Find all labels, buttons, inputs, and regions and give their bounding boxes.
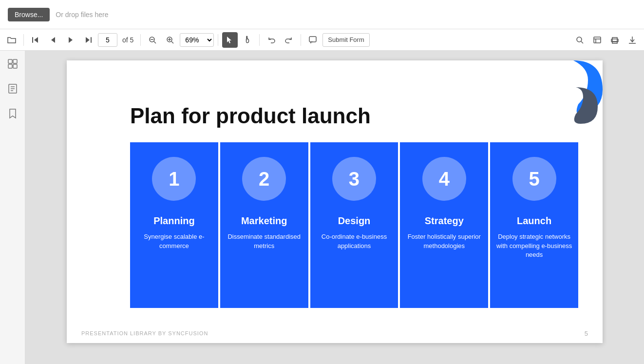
step-card-4: 4 Strategy Foster holistically superior … — [400, 142, 488, 308]
slide-title: Plan for product launch — [130, 104, 578, 128]
svg-line-8 — [154, 41, 156, 43]
browse-button[interactable]: Browse... — [8, 8, 50, 21]
drop-label: Or drop files here — [56, 11, 108, 19]
svg-line-16 — [581, 41, 583, 43]
footer-page-number: 5 — [585, 330, 588, 337]
svg-rect-14 — [309, 37, 316, 42]
step-card-5: 5 Launch Deploy strategic networks with … — [490, 142, 578, 308]
divider-3 — [218, 34, 218, 46]
logo-area — [539, 60, 603, 124]
step-circle-3: 3 — [332, 157, 376, 201]
step-desc-4: Foster holistically superior methodologi… — [406, 232, 482, 250]
zoom-select[interactable]: 50% 69% 75% 100% 125% 150% — [180, 33, 214, 47]
next-page-button[interactable] — [63, 32, 78, 48]
divider-1 — [23, 34, 24, 46]
edit-button[interactable] — [589, 32, 605, 48]
submit-form-button[interactable]: Submit Form — [322, 33, 369, 47]
undo-button[interactable] — [264, 32, 279, 48]
search-button[interactable] — [572, 32, 587, 48]
step-circle-1: 1 — [152, 157, 196, 201]
step-circle-2: 2 — [242, 157, 286, 201]
step-desc-5: Deploy strategic networks with compellin… — [496, 232, 572, 259]
first-page-button[interactable] — [28, 32, 43, 48]
steps-row: 1 Planning Synergise scalable e-commerce… — [130, 142, 578, 308]
top-bar: Browse... Or drop files here — [0, 0, 644, 29]
toolbar: 5 of 5 50% 69% 75% 100% 125% 150% Submit… — [0, 29, 644, 51]
step-title-2: Marketing — [241, 215, 287, 227]
svg-rect-26 — [8, 64, 12, 68]
pages-icon[interactable] — [6, 81, 19, 98]
svg-marker-13 — [227, 37, 231, 43]
prev-page-button[interactable] — [45, 32, 61, 48]
svg-marker-1 — [34, 37, 38, 43]
svg-marker-3 — [69, 37, 73, 43]
step-desc-3: Co-ordinate e-business applications — [316, 232, 393, 250]
divider-5 — [301, 34, 301, 46]
zoom-out-button[interactable] — [145, 32, 160, 48]
divider-4 — [259, 34, 260, 46]
thumbnails-icon[interactable] — [5, 57, 20, 74]
divider-2 — [140, 34, 141, 46]
last-page-button[interactable] — [80, 32, 96, 48]
print-button[interactable] — [607, 32, 623, 48]
svg-rect-17 — [594, 37, 601, 43]
pdf-viewer[interactable]: Plan for product launch 1 Planning Syner… — [25, 51, 644, 364]
redo-button[interactable] — [281, 32, 297, 48]
step-title-4: Strategy — [425, 215, 464, 227]
page-number-input[interactable]: 5 — [98, 33, 117, 47]
svg-rect-25 — [13, 59, 17, 63]
step-card-1: 1 Planning Synergise scalable e-commerce — [130, 142, 218, 308]
cursor-tool-button[interactable] — [222, 32, 238, 48]
svg-rect-4 — [91, 37, 92, 43]
svg-point-15 — [577, 37, 582, 42]
svg-rect-0 — [32, 37, 33, 43]
svg-marker-5 — [86, 37, 90, 43]
pan-tool-button[interactable] — [240, 32, 255, 48]
step-circle-4: 4 — [422, 157, 466, 201]
slide-page: Plan for product launch 1 Planning Syner… — [67, 60, 603, 343]
slide-footer: PRESENTATION LIBRARY BY SYNCFUSION 5 — [67, 324, 603, 343]
zoom-in-button[interactable] — [162, 32, 178, 48]
svg-rect-27 — [13, 64, 17, 68]
step-desc-1: Synergise scalable e-commerce — [136, 232, 212, 250]
left-panel — [0, 51, 25, 364]
main-area: Plan for product launch 1 Planning Syner… — [0, 51, 644, 364]
svg-rect-24 — [8, 59, 12, 63]
bookmark-icon[interactable] — [7, 106, 19, 123]
step-card-3: 3 Design Co-ordinate e-business applicat… — [310, 142, 398, 308]
step-card-2: 2 Marketing Disseminate standardised met… — [220, 142, 308, 308]
download-button[interactable] — [625, 32, 640, 48]
step-circle-5: 5 — [512, 157, 556, 201]
svg-line-12 — [171, 41, 173, 43]
step-title-1: Planning — [153, 215, 194, 227]
open-folder-button[interactable] — [4, 32, 19, 48]
step-desc-2: Disseminate standardised metrics — [226, 232, 303, 250]
page-total-label: of 5 — [122, 36, 133, 44]
footer-library-text: PRESENTATION LIBRARY BY SYNCFUSION — [81, 330, 208, 336]
step-title-5: Launch — [517, 215, 551, 227]
comment-button[interactable] — [305, 32, 321, 48]
step-title-3: Design — [338, 215, 371, 227]
svg-marker-2 — [51, 37, 55, 43]
